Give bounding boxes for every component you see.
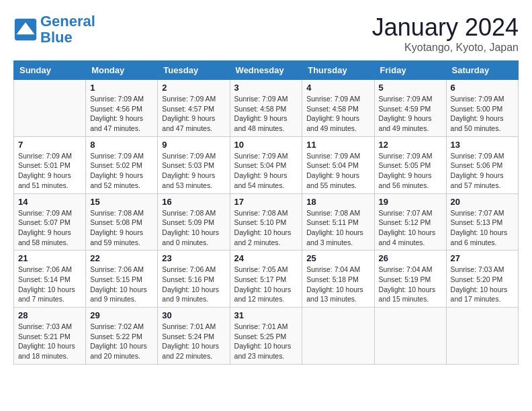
calendar-cell xyxy=(446,308,518,365)
day-info: Sunrise: 7:07 AM Sunset: 5:13 PM Dayligh… xyxy=(451,208,514,248)
weekday-header-monday: Monday xyxy=(86,61,158,80)
day-number: 3 xyxy=(234,83,298,93)
day-number: 10 xyxy=(234,140,298,150)
calendar-cell: 8Sunrise: 7:09 AM Sunset: 5:02 PM Daylig… xyxy=(86,136,158,193)
calendar-cell: 9Sunrise: 7:09 AM Sunset: 5:03 PM Daylig… xyxy=(158,136,230,193)
calendar-cell: 5Sunrise: 7:09 AM Sunset: 4:59 PM Daylig… xyxy=(374,80,446,137)
calendar-cell: 7Sunrise: 7:09 AM Sunset: 5:01 PM Daylig… xyxy=(14,136,86,193)
day-number: 1 xyxy=(90,83,153,93)
day-number: 12 xyxy=(379,140,442,150)
weekday-header-friday: Friday xyxy=(374,61,446,80)
calendar-week-row: 1Sunrise: 7:09 AM Sunset: 4:56 PM Daylig… xyxy=(14,80,519,137)
weekday-header-saturday: Saturday xyxy=(446,61,518,80)
day-number: 17 xyxy=(234,197,298,207)
day-info: Sunrise: 7:09 AM Sunset: 5:05 PM Dayligh… xyxy=(379,151,442,191)
day-number: 30 xyxy=(162,310,225,320)
page-header: General Blue January 2024 Kyotango, Kyot… xyxy=(13,13,519,54)
calendar-cell xyxy=(302,308,374,365)
day-number: 18 xyxy=(306,197,369,207)
calendar-cell: 20Sunrise: 7:07 AM Sunset: 5:13 PM Dayli… xyxy=(446,193,518,250)
day-info: Sunrise: 7:09 AM Sunset: 4:56 PM Dayligh… xyxy=(90,94,153,134)
day-info: Sunrise: 7:09 AM Sunset: 5:07 PM Dayligh… xyxy=(18,208,81,248)
day-number: 14 xyxy=(18,197,81,207)
day-info: Sunrise: 7:09 AM Sunset: 4:57 PM Dayligh… xyxy=(162,94,225,134)
calendar-cell: 27Sunrise: 7:03 AM Sunset: 5:20 PM Dayli… xyxy=(446,250,518,308)
logo-text: General Blue xyxy=(40,13,95,46)
calendar-cell: 24Sunrise: 7:05 AM Sunset: 5:17 PM Dayli… xyxy=(230,250,302,308)
calendar-cell: 21Sunrise: 7:06 AM Sunset: 5:14 PM Dayli… xyxy=(14,250,86,308)
title-block: January 2024 Kyotango, Kyoto, Japan xyxy=(372,13,519,54)
day-info: Sunrise: 7:01 AM Sunset: 5:24 PM Dayligh… xyxy=(162,322,225,361)
location-subtitle: Kyotango, Kyoto, Japan xyxy=(372,42,519,54)
calendar-week-row: 7Sunrise: 7:09 AM Sunset: 5:01 PM Daylig… xyxy=(14,136,519,193)
day-number: 31 xyxy=(234,310,298,320)
day-info: Sunrise: 7:02 AM Sunset: 5:22 PM Dayligh… xyxy=(90,322,153,361)
day-info: Sunrise: 7:09 AM Sunset: 5:06 PM Dayligh… xyxy=(451,151,514,191)
calendar-cell: 4Sunrise: 7:09 AM Sunset: 4:58 PM Daylig… xyxy=(302,80,374,137)
weekday-header-sunday: Sunday xyxy=(14,61,86,80)
calendar-cell: 22Sunrise: 7:06 AM Sunset: 5:15 PM Dayli… xyxy=(86,250,158,308)
weekday-header-wednesday: Wednesday xyxy=(230,61,302,80)
calendar-cell: 15Sunrise: 7:08 AM Sunset: 5:08 PM Dayli… xyxy=(86,193,158,250)
day-info: Sunrise: 7:09 AM Sunset: 4:59 PM Dayligh… xyxy=(379,94,442,134)
calendar-cell: 12Sunrise: 7:09 AM Sunset: 5:05 PM Dayli… xyxy=(374,136,446,193)
calendar-cell: 11Sunrise: 7:09 AM Sunset: 5:04 PM Dayli… xyxy=(302,136,374,193)
day-info: Sunrise: 7:04 AM Sunset: 5:18 PM Dayligh… xyxy=(306,265,369,304)
calendar-cell: 13Sunrise: 7:09 AM Sunset: 5:06 PM Dayli… xyxy=(446,136,518,193)
day-info: Sunrise: 7:08 AM Sunset: 5:09 PM Dayligh… xyxy=(162,208,225,248)
calendar-cell: 3Sunrise: 7:09 AM Sunset: 4:58 PM Daylig… xyxy=(230,80,302,137)
calendar-cell: 26Sunrise: 7:04 AM Sunset: 5:19 PM Dayli… xyxy=(374,250,446,308)
day-number: 22 xyxy=(90,253,153,263)
day-info: Sunrise: 7:09 AM Sunset: 5:03 PM Dayligh… xyxy=(162,151,225,191)
day-number: 19 xyxy=(379,197,442,207)
day-number: 20 xyxy=(451,197,514,207)
calendar-week-row: 14Sunrise: 7:09 AM Sunset: 5:07 PM Dayli… xyxy=(14,193,519,250)
day-info: Sunrise: 7:09 AM Sunset: 5:04 PM Dayligh… xyxy=(306,151,369,191)
day-number: 27 xyxy=(451,253,514,263)
day-info: Sunrise: 7:09 AM Sunset: 5:02 PM Dayligh… xyxy=(90,151,153,191)
day-info: Sunrise: 7:09 AM Sunset: 4:58 PM Dayligh… xyxy=(306,94,369,134)
day-number: 6 xyxy=(451,83,514,93)
day-info: Sunrise: 7:09 AM Sunset: 5:01 PM Dayligh… xyxy=(18,151,81,191)
day-info: Sunrise: 7:08 AM Sunset: 5:11 PM Dayligh… xyxy=(306,208,369,248)
weekday-header-thursday: Thursday xyxy=(302,61,374,80)
calendar-cell: 16Sunrise: 7:08 AM Sunset: 5:09 PM Dayli… xyxy=(158,193,230,250)
calendar-table: SundayMondayTuesdayWednesdayThursdayFrid… xyxy=(13,60,519,365)
day-info: Sunrise: 7:09 AM Sunset: 5:04 PM Dayligh… xyxy=(234,151,298,191)
month-title: January 2024 xyxy=(372,13,519,42)
day-info: Sunrise: 7:09 AM Sunset: 5:00 PM Dayligh… xyxy=(451,94,514,134)
calendar-week-row: 21Sunrise: 7:06 AM Sunset: 5:14 PM Dayli… xyxy=(14,250,519,308)
day-info: Sunrise: 7:08 AM Sunset: 5:10 PM Dayligh… xyxy=(234,208,298,248)
calendar-body: 1Sunrise: 7:09 AM Sunset: 4:56 PM Daylig… xyxy=(14,80,519,365)
day-number: 16 xyxy=(162,197,225,207)
calendar-cell: 18Sunrise: 7:08 AM Sunset: 5:11 PM Dayli… xyxy=(302,193,374,250)
calendar-cell: 28Sunrise: 7:03 AM Sunset: 5:21 PM Dayli… xyxy=(14,308,86,365)
calendar-cell: 23Sunrise: 7:06 AM Sunset: 5:16 PM Dayli… xyxy=(158,250,230,308)
calendar-cell: 25Sunrise: 7:04 AM Sunset: 5:18 PM Dayli… xyxy=(302,250,374,308)
day-info: Sunrise: 7:08 AM Sunset: 5:08 PM Dayligh… xyxy=(90,208,153,248)
day-number: 29 xyxy=(90,310,153,320)
day-info: Sunrise: 7:03 AM Sunset: 5:20 PM Dayligh… xyxy=(451,265,514,304)
calendar-header-row: SundayMondayTuesdayWednesdayThursdayFrid… xyxy=(14,61,519,80)
calendar-cell xyxy=(14,80,86,137)
calendar-cell: 17Sunrise: 7:08 AM Sunset: 5:10 PM Dayli… xyxy=(230,193,302,250)
day-number: 9 xyxy=(162,140,225,150)
calendar-cell: 30Sunrise: 7:01 AM Sunset: 5:24 PM Dayli… xyxy=(158,308,230,365)
calendar-cell xyxy=(374,308,446,365)
day-info: Sunrise: 7:07 AM Sunset: 5:12 PM Dayligh… xyxy=(379,208,442,248)
calendar-cell: 19Sunrise: 7:07 AM Sunset: 5:12 PM Dayli… xyxy=(374,193,446,250)
day-number: 7 xyxy=(18,140,81,150)
day-info: Sunrise: 7:06 AM Sunset: 5:15 PM Dayligh… xyxy=(90,265,153,304)
day-number: 4 xyxy=(306,83,369,93)
day-number: 21 xyxy=(18,253,81,263)
day-info: Sunrise: 7:04 AM Sunset: 5:19 PM Dayligh… xyxy=(379,265,442,304)
day-number: 28 xyxy=(18,310,81,320)
day-info: Sunrise: 7:09 AM Sunset: 4:58 PM Dayligh… xyxy=(234,94,298,134)
calendar-cell: 14Sunrise: 7:09 AM Sunset: 5:07 PM Dayli… xyxy=(14,193,86,250)
calendar-cell: 2Sunrise: 7:09 AM Sunset: 4:57 PM Daylig… xyxy=(158,80,230,137)
calendar-cell: 29Sunrise: 7:02 AM Sunset: 5:22 PM Dayli… xyxy=(86,308,158,365)
day-number: 15 xyxy=(90,197,153,207)
day-number: 13 xyxy=(451,140,514,150)
day-number: 8 xyxy=(90,140,153,150)
logo: General Blue xyxy=(13,13,95,46)
